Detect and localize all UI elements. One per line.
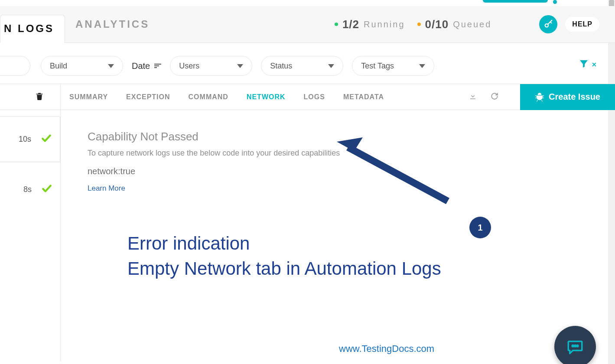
nav-tabs: N LOGS ANALYTICS 1/2 Running 0/10 Queued… [0,6,615,43]
test-row-1-duration: 10s [19,135,31,144]
filter-partial-left[interactable] [0,56,30,76]
clear-x-icon: ✕ [592,61,597,68]
annotation-marker: 1 [469,217,491,238]
left-rail-header [0,84,60,110]
svg-point-4 [574,345,576,347]
bug-icon [535,92,544,102]
top-dot-peek [553,0,557,4]
delete-button[interactable] [35,91,44,103]
filter-users[interactable]: Users [170,56,252,76]
capability-code: network:true [88,166,615,176]
tab-logs[interactable]: LOGS [304,93,325,101]
annotation-marker-number: 1 [478,223,482,233]
filter-test-tags[interactable]: Test Tags [352,56,434,76]
annotation-site: www.TestingDocs.com [339,343,434,354]
main-area: 10s 8s SUMMARY EXCEPTION COMMAND NETWORK… [0,84,615,361]
detail-tabs: SUMMARY EXCEPTION COMMAND NETWORK LOGS M… [61,84,615,110]
queued-label: Queued [453,20,491,29]
tab-command[interactable]: COMMAND [189,93,228,101]
network-empty-state: Capability Not Passed To capture network… [61,110,615,193]
check-icon [41,133,52,146]
help-button[interactable]: HELP [565,17,599,32]
tab-network[interactable]: NETWORK [247,93,286,101]
queued-count: 0/10 [425,18,449,31]
create-issue-label: Create Issue [549,92,600,102]
chevron-down-icon [237,64,243,68]
running-dot-icon [335,23,338,26]
test-row-2-duration: 8s [23,185,32,194]
session-stats: 1/2 Running 0/10 Queued [335,18,491,31]
trash-icon [35,91,44,101]
running-label: Running [364,20,405,29]
detail-panel: SUMMARY EXCEPTION COMMAND NETWORK LOGS M… [61,84,615,361]
stat-running: 1/2 Running [335,18,405,31]
test-row-1[interactable]: 10s [0,116,60,162]
learn-more-link[interactable]: Learn More [88,184,125,192]
svg-point-3 [572,345,574,347]
chat-icon [566,338,584,356]
svg-point-5 [577,345,579,347]
tab-analytics[interactable]: ANALYTICS [65,10,160,39]
chevron-down-icon [419,64,425,68]
test-row-2[interactable]: 8s [0,178,60,201]
annotation-line-2: Empty Network tab in Automation Logs [127,258,441,279]
filter-test-tags-label: Test Tags [361,62,394,71]
chevron-down-icon [108,64,114,68]
chat-fab[interactable] [554,326,596,364]
funnel-icon [579,58,589,69]
check-icon [41,183,52,196]
tab-analytics-label: ANALYTICS [75,18,150,30]
filters-row: Build Date Users Status Test Tags ✕ [0,43,615,84]
access-key-button[interactable] [539,15,557,33]
filter-status-label: Status [270,62,292,71]
tab-metadata[interactable]: METADATA [343,93,384,101]
chevron-down-icon [328,64,334,68]
annotation-line-1: Error indication [127,233,250,254]
refresh-button[interactable] [491,92,498,102]
help-label: HELP [572,20,592,28]
capability-title: Capability Not Passed [88,130,615,143]
filter-status[interactable]: Status [261,56,343,76]
filter-build-label: Build [50,62,67,71]
running-count: 1/2 [342,18,359,31]
capability-subtitle: To capture network logs use the below co… [88,149,615,158]
tab-automation-logs[interactable]: N LOGS [0,15,65,43]
stat-queued: 0/10 Queued [417,18,492,31]
tab-summary[interactable]: SUMMARY [69,93,108,101]
download-button[interactable] [469,92,477,102]
create-issue-button[interactable]: Create Issue [520,84,615,110]
sort-icon [154,64,161,68]
queued-dot-icon [417,23,421,26]
top-blue-pill-peek [483,0,548,3]
refresh-icon [491,92,498,100]
filter-build[interactable]: Build [41,56,123,76]
left-rail: 10s 8s [0,84,61,361]
tab-automation-logs-label: N LOGS [4,23,54,35]
download-icon [469,92,477,100]
clear-filters[interactable]: ✕ [579,58,597,69]
tab-exception[interactable]: EXCEPTION [126,93,170,101]
key-icon [543,20,553,29]
filter-date-label: Date [132,61,150,71]
filter-date[interactable]: Date [132,61,161,71]
filter-users-label: Users [179,62,199,71]
